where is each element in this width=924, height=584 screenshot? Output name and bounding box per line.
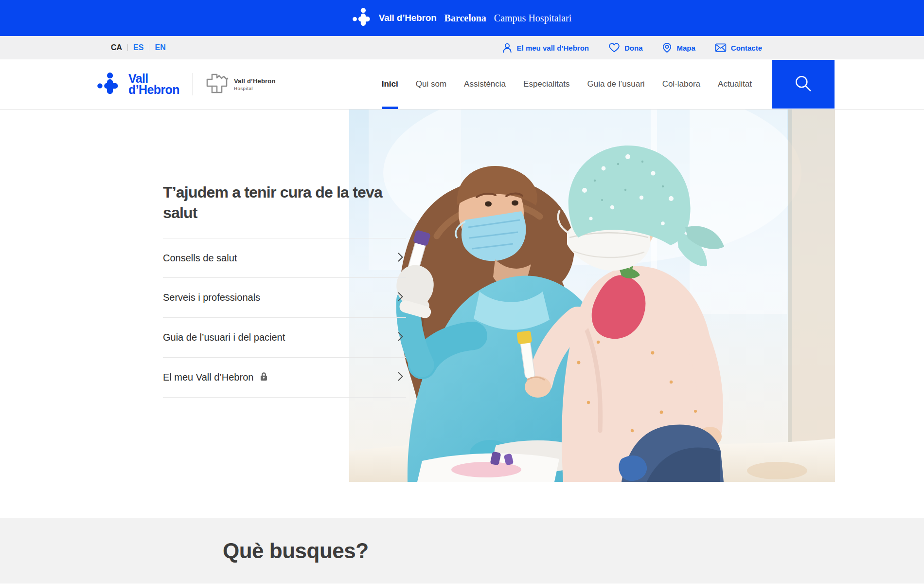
utility-link-label: Contacte	[731, 44, 762, 52]
hero-link-consells-de-salut[interactable]: Consells de salut	[163, 238, 406, 278]
map-pin-icon	[662, 42, 672, 53]
utility-link-label: Dona	[624, 44, 643, 52]
language-separator	[149, 44, 149, 51]
language-es[interactable]: ES	[133, 43, 143, 52]
nav-item-qui-som[interactable]: Qui som	[416, 59, 446, 109]
nav-item-actualitat[interactable]: Actualitat	[718, 59, 752, 109]
cross-person-icon	[97, 72, 122, 97]
hospital-logo-text: Vall d’Hebron Hospital	[234, 77, 276, 91]
my-vall-dhebron-link[interactable]: El meu vall d’Hebron	[502, 42, 589, 53]
hero-link-label: Consells de salut	[163, 253, 237, 264]
utility-bar: CA ES EN El meu vall d’Hebron Dona	[0, 36, 924, 59]
campus-logo[interactable]: Vall d’Hebron Barcelona Campus Hospitala…	[353, 7, 572, 29]
hero-link-guia-usuari-pacient[interactable]: Guia de l’usuari i del pacient	[163, 318, 406, 358]
heart-icon	[608, 42, 620, 53]
nav-item-inici[interactable]: Inici	[382, 59, 398, 109]
nav-item-assistencia[interactable]: Assistència	[464, 59, 506, 109]
search-section: Què busques?	[0, 518, 924, 584]
hero-section: T’ajudem a tenir cura de la teva salut C…	[0, 110, 924, 482]
brand-wordmark: Vall d’Hebron	[128, 73, 179, 95]
hero-link-label: Guia de l’usuari i del pacient	[163, 332, 285, 343]
topbar-city-text: Barcelona	[444, 13, 486, 24]
hero-link-serveis-i-professionals[interactable]: Serveis i professionals	[163, 278, 406, 318]
chevron-right-icon	[398, 292, 403, 303]
topbar-brand-text: Vall d’Hebron	[379, 13, 437, 23]
campus-topbar: Vall d’Hebron Barcelona Campus Hospitala…	[0, 0, 924, 36]
logo-divider	[193, 73, 193, 95]
user-icon	[502, 42, 513, 53]
hero-photo-nurse-and-child	[349, 110, 835, 482]
hospital-cross-icon	[206, 73, 229, 96]
language-separator	[127, 44, 128, 51]
nav-item-especialitats[interactable]: Especialitats	[523, 59, 569, 109]
utility-link-label: Mapa	[676, 44, 695, 52]
chevron-right-icon	[398, 253, 403, 264]
search-section-title: Què busques?	[223, 539, 369, 563]
topbar-campus-text: Campus Hospitalari	[494, 13, 571, 24]
main-nav: Inici Qui som Assistència Especialitats …	[382, 59, 752, 109]
language-en[interactable]: EN	[155, 43, 165, 52]
chevron-right-icon	[398, 332, 403, 343]
hero-quick-links: Consells de salut Serveis i professional…	[163, 238, 406, 398]
hero-link-label: El meu Vall d’Hebron	[163, 372, 267, 383]
main-header: Vall d’Hebron Vall d’Hebron Hospital Ini…	[0, 59, 924, 110]
envelope-icon	[715, 43, 727, 53]
magnifier-icon	[793, 73, 814, 95]
hero-link-el-meu-vall-dhebron[interactable]: El meu Vall d’Hebron	[163, 358, 406, 398]
language-ca[interactable]: CA	[111, 43, 122, 52]
chevron-right-icon	[398, 372, 403, 383]
language-selector: CA ES EN	[111, 43, 166, 52]
hero-link-label: Serveis i professionals	[163, 292, 260, 303]
utility-links: El meu vall d’Hebron Dona Mapa	[502, 42, 762, 53]
hero-title: T’ajudem a tenir cura de la teva salut	[163, 182, 406, 223]
utility-link-label: El meu vall d’Hebron	[517, 44, 589, 52]
vall-dhebron-home-logo[interactable]: Vall d’Hebron	[97, 72, 179, 97]
nav-item-collabora[interactable]: Col·labora	[662, 59, 700, 109]
search-button[interactable]	[772, 60, 835, 109]
contact-link[interactable]: Contacte	[715, 43, 762, 53]
white-gap	[0, 482, 924, 518]
donate-link[interactable]: Dona	[608, 42, 643, 53]
lock-icon	[260, 372, 267, 383]
map-link[interactable]: Mapa	[662, 42, 695, 53]
hospital-logo[interactable]: Vall d’Hebron Hospital	[206, 73, 276, 96]
cross-person-icon	[353, 7, 373, 29]
nav-item-guia-usuari[interactable]: Guia de l’usuari	[587, 59, 645, 109]
